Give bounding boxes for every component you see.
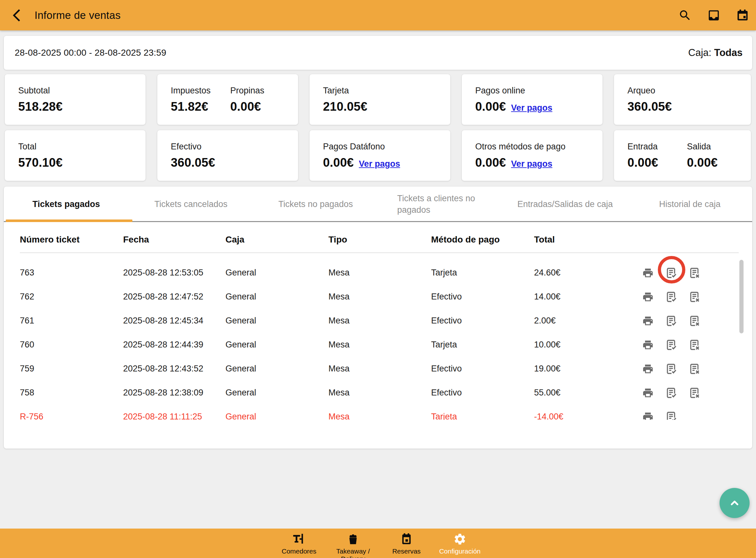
bottom-navigation: Comedores Takeaway / Delivery Reservas: [0, 529, 756, 558]
card-label: Tarjeta: [323, 86, 450, 96]
card-entrada-salida: Entrada 0.00€ Salida 0.00€: [614, 130, 751, 181]
caja-selector[interactable]: Caja: Todas: [688, 47, 742, 58]
header-divider: [20, 252, 739, 253]
card-value: 0.00€: [475, 156, 506, 170]
card-label: Salida: [687, 142, 718, 152]
table-row[interactable]: 761 2025-08-28 12:45:34 General Mesa Efe…: [4, 309, 752, 333]
tab-tickets-pagados[interactable]: Tickets pagados: [4, 186, 129, 222]
tab-historial-caja[interactable]: Historial de caja: [627, 186, 752, 222]
table-row[interactable]: 762 2025-08-28 12:47:52 General Mesa Efe…: [4, 285, 752, 309]
card-pagos-online: Pagos online 0.00€ Ver pagos: [462, 74, 602, 125]
sales-report-screen: Informe de ventas: [0, 0, 756, 558]
tab-bar: Tickets pagados Tickets cancelados Ticke…: [4, 186, 752, 222]
ticket-cancel-icon[interactable]: [688, 266, 701, 280]
takeaway-bag-icon: [346, 532, 360, 546]
tab-tickets-clientes-no-pagados[interactable]: Tickets a clientes no pagados: [378, 186, 503, 222]
reservation-book-icon: [400, 532, 413, 546]
active-tab-indicator: [6, 220, 132, 222]
table-row[interactable]: 760 2025-08-28 12:44:39 General Mesa Tar…: [4, 333, 752, 357]
card-tarjeta: Tarjeta 210.05€: [310, 74, 450, 125]
caja-label: Caja:: [688, 47, 711, 58]
filter-bar[interactable]: 28-08-2025 00:00 - 28-08-2025 23:59 Caja…: [4, 36, 752, 70]
ticket-paid-icon[interactable]: [664, 410, 678, 420]
ticket-paid-icon[interactable]: [664, 338, 678, 352]
nav-takeaway-delivery[interactable]: Takeaway / Delivery: [328, 532, 379, 558]
print-ticket-icon[interactable]: [641, 266, 655, 280]
ticket-paid-icon[interactable]: [664, 362, 678, 376]
print-ticket-icon[interactable]: [641, 362, 655, 376]
dining-table-icon: [292, 532, 306, 546]
card-arqueo: Arqueo 360.05€: [614, 74, 751, 125]
table-row-refund[interactable]: R-756 2025-08-28 11:11:25 General Mesa T…: [4, 405, 752, 420]
print-ticket-icon[interactable]: [641, 410, 655, 420]
ticket-paid-icon[interactable]: [664, 266, 678, 280]
card-label: Entrada: [627, 142, 687, 152]
col-header-numero-ticket: Número ticket: [20, 234, 123, 245]
card-total: Total 570.10€: [5, 130, 146, 181]
ticket-cancel-icon[interactable]: [688, 362, 701, 376]
ticket-cancel-icon[interactable]: [688, 314, 701, 328]
ticket-cancel-icon[interactable]: [688, 290, 701, 304]
card-value: 0.00€: [475, 100, 506, 113]
tab-tickets-cancelados[interactable]: Tickets cancelados: [129, 186, 253, 222]
card-value: 360.05€: [627, 100, 751, 113]
card-value: 51.82€: [171, 100, 230, 113]
card-value: 0.00€: [230, 100, 264, 113]
col-header-fecha: Fecha: [123, 234, 226, 245]
col-header-total: Total: [534, 234, 614, 245]
scrollbar-thumb[interactable]: [739, 260, 744, 333]
nav-comedores[interactable]: Comedores: [273, 532, 324, 555]
tab-entradas-salidas[interactable]: Entradas/Salidas de caja: [503, 186, 627, 222]
print-ticket-icon[interactable]: [641, 290, 655, 304]
search-icon[interactable]: [678, 8, 692, 22]
card-value: 0.00€: [323, 156, 354, 170]
col-header-metodo-pago: Método de pago: [431, 234, 534, 245]
tickets-panel: Tickets pagados Tickets cancelados Ticke…: [4, 186, 752, 449]
table-row[interactable]: 758 2025-08-28 12:38:09 General Mesa Efe…: [4, 381, 752, 405]
back-button[interactable]: [7, 6, 26, 25]
card-subtotal: Subtotal 518.28€: [5, 74, 146, 125]
scroll-to-top-button[interactable]: [720, 488, 750, 518]
ver-pagos-link[interactable]: Ver pagos: [359, 159, 400, 169]
card-label: Pagos Datáfono: [323, 142, 450, 152]
card-otros-metodos: Otros métodos de pago 0.00€ Ver pagos: [462, 130, 602, 181]
calendar-icon[interactable]: [735, 8, 750, 22]
card-label: Arqueo: [627, 86, 751, 96]
card-impuestos-propinas: Impuestos 51.82€ Propinas 0.00€: [157, 74, 298, 125]
ticket-paid-icon[interactable]: [664, 386, 678, 400]
app-bar-actions: [678, 0, 750, 30]
print-ticket-icon[interactable]: [641, 386, 655, 400]
tab-tickets-no-pagados[interactable]: Tickets no pagados: [253, 186, 378, 222]
ver-pagos-link[interactable]: Ver pagos: [511, 159, 552, 169]
card-value: 210.05€: [323, 100, 450, 113]
card-label: Efectivo: [171, 142, 298, 152]
card-pagos-datafono: Pagos Datáfono 0.00€ Ver pagos: [310, 130, 450, 181]
card-value: 0.00€: [687, 156, 718, 170]
card-value: 570.10€: [18, 156, 146, 170]
table-row[interactable]: 759 2025-08-28 12:43:52 General Mesa Efe…: [4, 357, 752, 381]
col-header-caja: Caja: [226, 234, 329, 245]
page-title: Informe de ventas: [34, 9, 121, 21]
ticket-paid-icon[interactable]: [664, 290, 678, 304]
col-header-tipo: Tipo: [329, 234, 431, 245]
print-ticket-icon[interactable]: [641, 314, 655, 328]
ticket-cancel-icon[interactable]: [688, 386, 701, 400]
back-arrow-icon: [9, 8, 24, 23]
print-ticket-icon[interactable]: [641, 338, 655, 352]
app-bar: Informe de ventas: [0, 0, 756, 30]
date-range-label: 28-08-2025 00:00 - 28-08-2025 23:59: [15, 48, 166, 58]
chevron-up-icon: [727, 495, 742, 511]
caja-value: Todas: [714, 47, 742, 58]
nav-reservas[interactable]: Reservas: [381, 532, 432, 555]
table-row[interactable]: 763 2025-08-28 12:53:05 General Mesa Tar…: [4, 261, 752, 285]
ticket-cancel-icon[interactable]: [688, 338, 701, 352]
inbox-tray-icon[interactable]: [707, 8, 721, 22]
ticket-paid-icon[interactable]: [664, 314, 678, 328]
gear-icon: [453, 532, 467, 546]
table-header: Número ticket Fecha Caja Tipo Método de …: [4, 228, 752, 251]
card-label: Otros métodos de pago: [475, 142, 602, 152]
card-label: Pagos online: [475, 86, 602, 96]
card-label: Total: [18, 142, 146, 152]
nav-configuracion[interactable]: Configuración: [434, 532, 486, 555]
ver-pagos-link[interactable]: Ver pagos: [511, 103, 552, 113]
